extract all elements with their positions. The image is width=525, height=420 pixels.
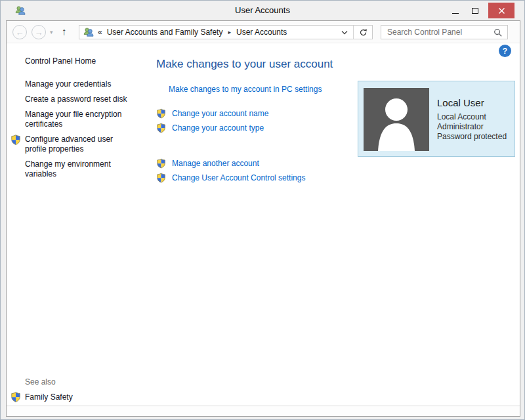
sidebar-item-control-panel-home[interactable]: Control Panel Home (25, 56, 136, 66)
account-type: Local Account (437, 112, 507, 122)
search-input[interactable] (381, 26, 489, 39)
account-role: Administrator (437, 122, 507, 132)
close-button[interactable] (488, 3, 514, 18)
uac-shield-icon (156, 173, 166, 183)
back-icon: ← (16, 28, 24, 37)
forward-icon: → (35, 28, 43, 37)
task-change-uac-settings[interactable]: Change User Account Control settings (156, 173, 305, 183)
search-icon (494, 28, 503, 37)
close-icon (498, 7, 505, 14)
uac-shield-icon (156, 108, 166, 119)
sidebar-item-environment-variables[interactable]: Change my environment variables (25, 159, 136, 179)
task-label[interactable]: Change your account type (172, 123, 264, 133)
breadcrumb-item-family-safety[interactable]: User Accounts and Family Safety (107, 28, 223, 37)
user-avatar (364, 88, 429, 151)
address-dropdown-button[interactable] (336, 28, 353, 37)
uac-shield-icon (10, 135, 21, 145)
refresh-button[interactable] (353, 26, 372, 39)
recent-pages-dropdown[interactable]: ▾ (50, 29, 53, 35)
task-manage-another-account[interactable]: Manage another account (156, 158, 259, 169)
client-area: ← → ▾ ↑ « User Accounts and Family Safet… (6, 20, 520, 417)
uac-shield-icon (156, 158, 166, 169)
link-pc-settings[interactable]: Make changes to my account in PC setting… (169, 85, 322, 94)
help-icon: ? (503, 47, 507, 56)
sidebar-item-password-reset-disk[interactable]: Create a password reset disk (25, 94, 136, 104)
account-info: Local User Local Account Administrator P… (437, 97, 507, 142)
back-button[interactable]: ← (12, 25, 27, 39)
title-bar: User Accounts (1, 1, 524, 20)
content-pane: Control Panel Home Manage your credentia… (7, 43, 520, 406)
task-change-account-type[interactable]: Change your account type (156, 123, 264, 133)
help-button[interactable]: ? (499, 45, 511, 57)
refresh-icon (358, 28, 368, 37)
forward-button[interactable]: → (32, 25, 46, 39)
user-accounts-window: User Accounts ← → ▾ ↑ « User Accounts an… (0, 0, 525, 420)
status-bar (7, 406, 520, 416)
account-summary-card: Local User Local Account Administrator P… (358, 81, 515, 157)
task-label[interactable]: Change User Account Control settings (172, 173, 305, 182)
sidebar-item-advanced-user-profile[interactable]: Configure advanced user profile properti… (25, 135, 136, 154)
address-bar[interactable]: « User Accounts and Family Safety ▸ User… (79, 25, 373, 39)
maximize-icon (472, 8, 478, 14)
navigation-toolbar: ← → ▾ ↑ « User Accounts and Family Safet… (7, 21, 520, 43)
page-title: Make changes to your user account (156, 58, 333, 71)
sidebar-item-manage-credentials[interactable]: Manage your credentials (25, 79, 136, 89)
account-name: Local User (437, 97, 507, 108)
account-password-status: Password protected (437, 132, 507, 142)
uac-shield-icon (10, 392, 21, 402)
breadcrumb-overflow-button[interactable]: « (98, 28, 102, 37)
search-box (381, 25, 508, 39)
up-arrow-icon: ↑ (62, 26, 67, 37)
up-button[interactable]: ↑ (62, 26, 67, 37)
chevron-down-icon (341, 30, 348, 35)
minimize-icon (452, 13, 459, 14)
sidebar-item-file-encryption-certificates[interactable]: Manage your file encryption certificates (25, 110, 136, 129)
uac-shield-icon (156, 123, 166, 133)
task-label[interactable]: Manage another account (172, 159, 259, 168)
breadcrumb-item-user-accounts[interactable]: User Accounts (236, 28, 287, 37)
see-also-heading: See also (25, 377, 56, 387)
maximize-button[interactable] (465, 3, 485, 18)
task-label[interactable]: Change your account name (172, 109, 268, 118)
search-button[interactable] (494, 28, 503, 39)
task-change-account-name[interactable]: Change your account name (156, 108, 268, 119)
control-panel-icon (83, 27, 94, 37)
breadcrumb-separator-icon: ▸ (228, 29, 231, 35)
chevron-down-icon: ▾ (50, 29, 53, 35)
sidebar-item-family-safety[interactable]: Family Safety (25, 392, 136, 402)
minimize-button[interactable] (446, 3, 465, 18)
